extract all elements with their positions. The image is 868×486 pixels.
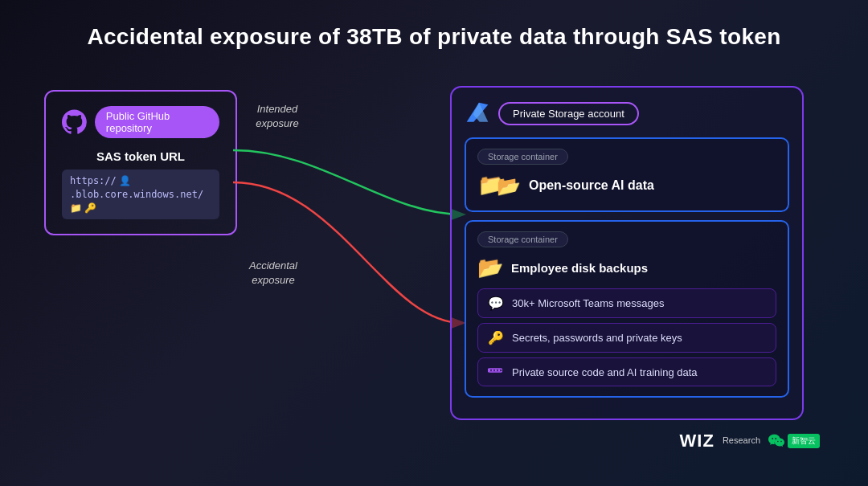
code-icon	[488, 365, 504, 379]
container2-main-item: 📂 Employee disk backups	[477, 255, 776, 280]
sas-title: SAS token URL	[62, 149, 219, 163]
folder-employee-icon: 📂	[477, 255, 503, 280]
private-code-label: Private source code and AI training data	[512, 366, 698, 378]
azure-outer-box: Private Storage account Storage containe…	[450, 86, 804, 420]
employee-label: Employee disk backups	[511, 261, 648, 275]
wechat-icon	[768, 433, 784, 449]
container2-box: Storage container 📂 Employee disk backup…	[465, 220, 789, 398]
github-box: Public GitHub repository SAS token URL h…	[44, 90, 237, 235]
wechat-badge: 新智云	[788, 434, 820, 448]
github-label: Public GitHub repository	[95, 106, 219, 138]
svg-point-3	[495, 370, 497, 372]
teams-icon: 💬	[488, 296, 504, 311]
github-icon	[62, 108, 87, 136]
container1-item: 📁 📂 Open-source AI data	[477, 173, 776, 198]
main-background: Accidental exposure of 38TB of private d…	[0, 0, 868, 486]
wiz-logo-area: WIZ Research 新智云	[680, 431, 820, 451]
open-source-label: Open-source AI data	[529, 178, 654, 193]
folder-color-overlay: 📂	[497, 175, 521, 198]
key-icon: 🔑	[488, 330, 504, 345]
svg-point-4	[498, 370, 501, 372]
sas-url-text: https://	[70, 175, 117, 186]
wiz-text: WIZ	[680, 431, 714, 451]
intended-exposure-label: Intended exposure	[241, 102, 313, 131]
user-icon-symbol: 👤	[119, 175, 131, 186]
github-panel: Public GitHub repository SAS token URL h…	[44, 90, 229, 235]
azure-logo	[465, 100, 490, 126]
azure-header: Private Storage account	[465, 100, 789, 126]
teams-label: 30k+ Microsoft Teams messages	[512, 297, 664, 309]
secrets-item: 🔑 Secrets, passwords and private keys	[477, 323, 776, 353]
key-icon-symbol: 🔑	[84, 202, 96, 214]
teams-messages-item: 💬 30k+ Microsoft Teams messages	[477, 288, 776, 318]
private-code-item: Private source code and AI training data	[477, 357, 776, 386]
github-header: Public GitHub repository	[62, 106, 219, 138]
wechat-area: 新智云	[768, 433, 820, 449]
folder-icon-symbol: 📁	[70, 202, 82, 214]
azure-panel: Private Storage account Storage containe…	[450, 86, 804, 420]
research-text: Research	[723, 435, 760, 446]
container1-box: Storage container 📁 📂 Open-source AI dat…	[465, 137, 789, 212]
container2-label: Storage container	[477, 231, 568, 247]
accidental-exposure-label: Accidental exposure	[233, 259, 313, 288]
sas-url: https:// 👤 .blob.core.windows.net/ 📁 🔑	[62, 169, 219, 219]
azure-label: Private Storage account	[498, 102, 639, 125]
svg-point-1	[489, 370, 491, 372]
exposure-items: 💬 30k+ Microsoft Teams messages 🔑 Secret…	[477, 288, 776, 386]
secrets-label: Secrets, passwords and private keys	[512, 332, 682, 344]
page-title: Accidental exposure of 38TB of private d…	[0, 0, 868, 50]
sas-url-domain: .blob.core.windows.net/	[70, 189, 203, 200]
svg-point-2	[492, 370, 494, 372]
container1-label: Storage container	[477, 149, 568, 165]
